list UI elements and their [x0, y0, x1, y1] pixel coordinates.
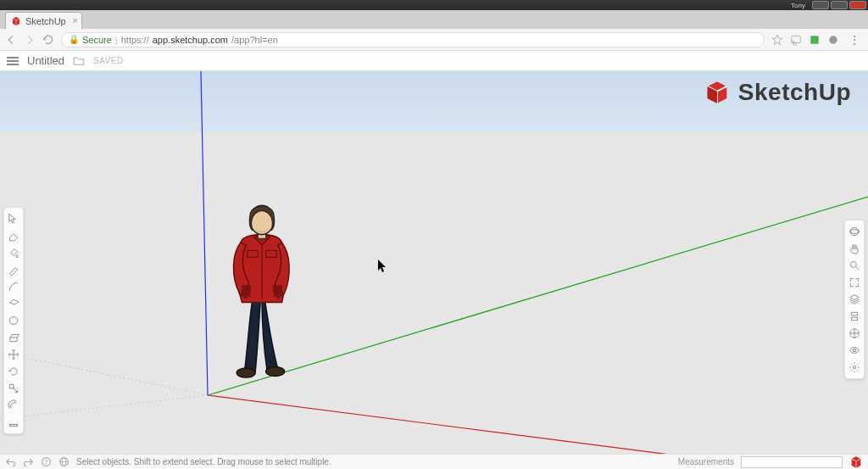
reload-icon[interactable] [42, 34, 54, 46]
zoom-extents-tool[interactable] [847, 275, 862, 290]
paint-bucket-tool[interactable] [6, 245, 21, 260]
browser-address-bar: 🔒 Secure | https://app.sketchup.com/app?… [0, 29, 868, 51]
tab-close-icon[interactable]: × [73, 16, 78, 25]
arc-tool[interactable] [6, 279, 21, 294]
layers-panel[interactable] [847, 292, 862, 307]
bucket-icon [8, 247, 19, 259]
move-tool[interactable] [6, 347, 21, 362]
chrome-menu-icon[interactable]: ⋮ [846, 33, 863, 47]
browser-tab-sketchup[interactable]: SketchUp × [5, 12, 82, 29]
language-icon[interactable] [58, 456, 70, 467]
offset-tool[interactable] [6, 398, 21, 413]
red-axis [208, 395, 868, 454]
settings-panel[interactable] [847, 360, 862, 375]
rotate-tool[interactable] [6, 364, 21, 379]
layers-icon [849, 293, 860, 305]
sketchup-favicon-icon [11, 16, 21, 26]
menu-button[interactable] [7, 55, 19, 67]
circle-icon [8, 315, 19, 327]
scale-figure-person[interactable] [222, 186, 302, 398]
tape-icon [8, 416, 19, 428]
eraser-tool[interactable] [6, 228, 21, 243]
zoom-tool[interactable] [847, 258, 862, 273]
pan-icon [849, 243, 860, 254]
circle-tool[interactable] [6, 313, 21, 328]
url-path: /app?hl=en [231, 35, 278, 45]
svg-rect-0 [792, 36, 801, 42]
mouse-cursor-icon [378, 260, 388, 273]
rectangle-tool[interactable] [6, 296, 21, 311]
url-input[interactable]: 🔒 Secure | https://app.sketchup.com/app?… [61, 32, 765, 47]
browser-tab-strip: SketchUp × [0, 10, 868, 29]
url-host: app.sketchup.com [153, 35, 228, 45]
brand-logo: SketchUp [703, 78, 851, 107]
zoom-icon [849, 260, 860, 271]
move-icon [8, 349, 19, 360]
sketchup-logo-icon [703, 78, 732, 107]
forward-icon[interactable] [24, 34, 36, 46]
tray-label: Tony [791, 2, 805, 9]
tab-title: SketchUp [25, 16, 66, 26]
lock-icon: 🔒 [69, 35, 79, 44]
line-tool[interactable] [6, 262, 21, 277]
views-toolbar [844, 220, 865, 379]
display-icon [849, 344, 860, 356]
save-state-label: SAVED [93, 56, 124, 65]
blue-axis [201, 71, 208, 395]
sketchup-badge-icon[interactable] [849, 455, 863, 469]
os-titlebar: Tony [0, 0, 868, 10]
orbit-tool[interactable] [847, 224, 862, 239]
display-panel[interactable] [847, 343, 862, 358]
svg-point-2 [829, 36, 837, 43]
eraser-icon [8, 230, 19, 242]
document-title: Untitled [27, 54, 64, 67]
scale-icon [8, 382, 19, 394]
pushpull-icon [8, 332, 19, 343]
select-tool[interactable] [6, 211, 21, 226]
arc-icon [8, 281, 19, 293]
extents-icon [849, 276, 860, 288]
svg-text:?: ? [45, 459, 48, 465]
undo-icon[interactable] [5, 456, 16, 467]
measurements-label: Measurements [678, 457, 734, 466]
scale-tool[interactable] [6, 381, 21, 396]
help-icon[interactable]: ? [41, 456, 52, 467]
pencil-icon [8, 264, 19, 276]
status-hint: Select objects. Shift to extend select. … [76, 457, 331, 466]
extension-icon-1[interactable] [809, 34, 821, 46]
viewport[interactable]: SketchUp [0, 71, 868, 454]
window-minimize-button[interactable] [812, 1, 829, 9]
orbit-icon [849, 226, 860, 237]
extension-icon-2[interactable] [827, 34, 839, 46]
settings-icon [849, 361, 860, 373]
pan-tool[interactable] [847, 241, 862, 256]
svg-rect-1 [810, 36, 818, 43]
styles-icon [849, 327, 860, 339]
green-axis [208, 197, 868, 395]
styles-panel[interactable] [847, 326, 862, 341]
push-pull-tool[interactable] [6, 330, 21, 345]
measurements-input[interactable] [741, 456, 843, 468]
green-axis-neg [0, 395, 208, 419]
tape-measure-tool[interactable] [6, 415, 21, 430]
window-maximize-button[interactable] [831, 1, 848, 9]
cursor-icon [8, 213, 19, 225]
window-close-button[interactable] [849, 1, 866, 9]
secure-label: Secure [82, 35, 112, 45]
redo-icon[interactable] [23, 456, 34, 467]
star-icon[interactable] [771, 34, 783, 46]
rotate-icon [8, 366, 19, 377]
url-prefix: https:// [121, 35, 149, 45]
svg-point-4 [266, 367, 285, 377]
red-axis-neg [0, 353, 208, 395]
cast-icon[interactable] [790, 34, 802, 46]
back-icon[interactable] [5, 34, 17, 46]
status-bar: ? Select objects. Shift to extend select… [0, 454, 868, 469]
app-top-bar: Untitled SAVED [0, 51, 868, 71]
sketchup-app: Untitled SAVED [0, 51, 868, 469]
offset-icon [8, 399, 19, 411]
components-panel[interactable] [847, 309, 862, 324]
components-icon [849, 310, 860, 322]
axes-overlay [0, 71, 868, 454]
folder-icon[interactable] [73, 55, 85, 66]
